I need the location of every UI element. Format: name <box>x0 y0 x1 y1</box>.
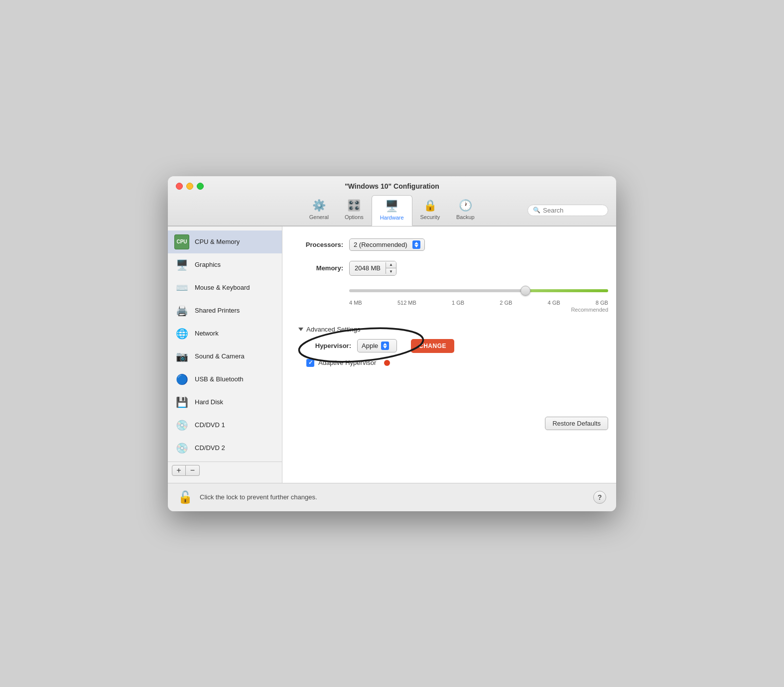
security-label: Security <box>420 214 440 220</box>
memory-label: Memory: <box>298 264 343 272</box>
change-button[interactable]: CHANGE <box>411 339 454 353</box>
slider-label-4mb: 4 MB <box>349 300 362 306</box>
sidebar-label-graphics: Graphics <box>195 261 221 268</box>
hypervisor-arrow-up <box>383 343 387 345</box>
main-window: "Windows 10" Configuration ⚙️ General 🎛️… <box>168 176 616 511</box>
sidebar-label-mouse-keyboard: Mouse & Keyboard <box>195 284 250 291</box>
general-icon: ⚙️ <box>312 199 326 212</box>
hypervisor-arrow-down <box>383 346 387 348</box>
slider-label-2gb: 2 GB <box>500 300 512 306</box>
slider-label-8gb: 8 GB <box>596 300 608 306</box>
sidebar-item-cddvd-1[interactable]: 💿 CD/DVD 1 <box>168 414 282 437</box>
cpu-memory-icon: CPU <box>174 234 190 250</box>
bottom-bar: 🔓 Click the lock to prevent further chan… <box>168 483 616 511</box>
hypervisor-arrows <box>381 342 389 350</box>
usb-bluetooth-icon: 🔵 <box>174 371 190 387</box>
toolbar-item-hardware[interactable]: 🖥️ Hardware <box>372 195 412 226</box>
adaptive-checkbox[interactable]: ✓ <box>306 359 314 367</box>
options-icon: 🎛️ <box>347 199 361 212</box>
search-input[interactable] <box>543 207 603 214</box>
sidebar-label-sound-camera: Sound & Camera <box>195 352 245 360</box>
hardware-icon: 🖥️ <box>385 200 398 213</box>
toolbar-item-general[interactable]: ⚙️ General <box>301 195 337 225</box>
search-icon: 🔍 <box>533 207 540 214</box>
network-icon: 🌐 <box>174 326 190 342</box>
sidebar-label-cddvd-2: CD/DVD 2 <box>195 444 225 452</box>
sidebar: CPU CPU & Memory 🖥️ Graphics ⌨️ Mouse & … <box>168 227 282 483</box>
sidebar-item-mouse-keyboard[interactable]: ⌨️ Mouse & Keyboard <box>168 276 282 299</box>
sidebar-item-network[interactable]: 🌐 Network <box>168 322 282 345</box>
memory-value: 2048 MB <box>350 262 386 274</box>
sidebar-item-sound-camera[interactable]: 📷 Sound & Camera <box>168 345 282 368</box>
sidebar-item-usb-bluetooth[interactable]: 🔵 USB & Bluetooth <box>168 368 282 391</box>
slider-thumb[interactable] <box>521 286 530 296</box>
hypervisor-select[interactable]: Apple <box>357 339 397 352</box>
advanced-triangle-icon <box>298 328 303 331</box>
backup-icon: 🕐 <box>459 199 472 212</box>
advanced-section: Advanced Settings Hypervisor: Apple <box>298 326 608 367</box>
slider-labels: 4 MB 512 MB 1 GB 2 GB 4 GB 8 GB <box>349 300 608 306</box>
backup-label: Backup <box>456 214 475 220</box>
sidebar-label-usb-bluetooth: USB & Bluetooth <box>195 375 244 383</box>
advanced-header[interactable]: Advanced Settings <box>298 326 608 333</box>
memory-slider-track[interactable] <box>349 289 608 292</box>
advanced-content: Hypervisor: Apple <box>298 339 608 367</box>
hard-disk-icon: 💾 <box>174 394 190 410</box>
memory-decrement[interactable]: ▼ <box>386 268 396 275</box>
bottom-text: Click the lock to prevent further change… <box>200 493 586 501</box>
sidebar-label-network: Network <box>195 330 219 337</box>
sidebar-item-cddvd-2[interactable]: 💿 CD/DVD 2 <box>168 437 282 459</box>
toolbar-item-backup[interactable]: 🕐 Backup <box>448 195 483 225</box>
cddvd2-icon: 💿 <box>174 440 190 456</box>
detail-bottom: Restore Defaults <box>298 417 608 430</box>
sidebar-item-shared-printers[interactable]: 🖨️ Shared Printers <box>168 299 282 322</box>
slider-green-section <box>525 289 608 292</box>
detail-panel: Processors: 2 (Recommended) Memory: 2048… <box>282 227 616 483</box>
close-button[interactable] <box>176 183 183 190</box>
titlebar: "Windows 10" Configuration ⚙️ General 🎛️… <box>168 176 616 226</box>
sidebar-label-cddvd-1: CD/DVD 1 <box>195 421 225 429</box>
remove-button[interactable]: − <box>186 465 200 476</box>
sidebar-label-hard-disk: Hard Disk <box>195 398 223 406</box>
memory-slider-container: 4 MB 512 MB 1 GB 2 GB 4 GB 8 GB Recommen… <box>298 286 608 313</box>
lock-icon[interactable]: 🔓 <box>178 490 193 504</box>
slider-gray-section <box>349 289 525 292</box>
checkmark-icon: ✓ <box>308 359 313 366</box>
minimize-button[interactable] <box>186 183 193 190</box>
adaptive-hypervisor-row: ✓ Adaptive Hypervisor <box>306 359 608 367</box>
sidebar-item-cpu-memory[interactable]: CPU CPU & Memory <box>168 230 282 253</box>
sidebar-add-remove: + − <box>168 461 282 479</box>
help-button[interactable]: ? <box>593 491 606 504</box>
window-title: "Windows 10" Configuration <box>176 182 608 190</box>
memory-increment[interactable]: ▲ <box>386 261 396 268</box>
memory-stepper[interactable]: 2048 MB ▲ ▼ <box>349 261 396 276</box>
processors-arrows <box>412 240 420 249</box>
restore-defaults-button[interactable]: Restore Defaults <box>545 417 608 430</box>
sidebar-label-shared-printers: Shared Printers <box>195 307 240 314</box>
processors-select[interactable]: 2 (Recommended) <box>349 238 425 251</box>
hypervisor-value: Apple <box>362 342 378 349</box>
sidebar-item-graphics[interactable]: 🖥️ Graphics <box>168 253 282 276</box>
sidebar-item-hard-disk[interactable]: 💾 Hard Disk <box>168 391 282 414</box>
graphics-icon: 🖥️ <box>174 257 190 273</box>
toolbar-item-options[interactable]: 🎛️ Options <box>337 195 372 225</box>
memory-stepper-arrows: ▲ ▼ <box>386 261 396 275</box>
processors-arrow-up <box>414 242 418 244</box>
maximize-button[interactable] <box>197 183 204 190</box>
traffic-lights <box>176 183 204 190</box>
search-box[interactable]: 🔍 <box>527 205 608 216</box>
red-dot-indicator <box>384 360 390 366</box>
options-label: Options <box>345 214 364 220</box>
processors-value: 2 (Recommended) <box>354 241 407 248</box>
cddvd1-icon: 💿 <box>174 417 190 433</box>
sound-camera-icon: 📷 <box>174 348 190 364</box>
main-content: CPU CPU & Memory 🖥️ Graphics ⌨️ Mouse & … <box>168 226 616 483</box>
add-button[interactable]: + <box>172 465 186 476</box>
processors-row: Processors: 2 (Recommended) <box>298 238 608 251</box>
hypervisor-label: Hypervisor: <box>306 342 351 349</box>
toolbar: ⚙️ General 🎛️ Options 🖥️ Hardware 🔒 Secu… <box>176 195 608 226</box>
toolbar-item-security[interactable]: 🔒 Security <box>412 195 448 225</box>
shared-printers-icon: 🖨️ <box>174 303 190 319</box>
processors-label: Processors: <box>298 241 343 248</box>
hypervisor-row: Hypervisor: Apple <box>306 339 608 353</box>
